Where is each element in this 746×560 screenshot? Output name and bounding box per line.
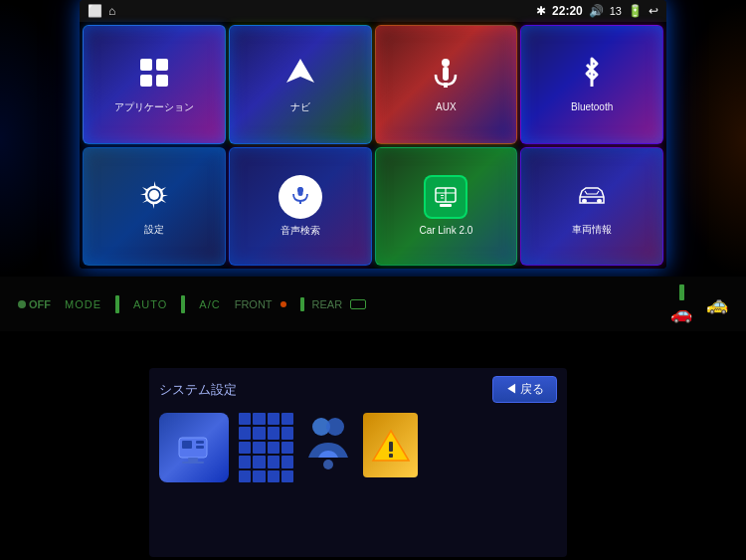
off-label: OFF [29,298,51,310]
front-label: FRONT [235,298,273,310]
app-grid: アプリケーション ナビ AUX [80,22,666,269]
bluetooth-icon [574,55,610,95]
svg-rect-2 [140,75,152,87]
svg-marker-4 [286,59,314,83]
svg-rect-17 [440,204,452,207]
tile-settings[interactable]: 設定 [83,147,226,267]
tile-navi[interactable]: ナビ [229,25,372,144]
carlink-box [424,175,467,219]
settings-3d-icon [159,413,229,482]
bluetooth-status-icon: ✱ [536,4,546,18]
aux-label: AUX [436,101,457,113]
rear-group: REAR [300,297,367,311]
warning-icon-area [363,413,418,477]
car-front-icon-item: 🚗 [670,284,692,324]
svg-rect-26 [196,446,204,449]
bottom-content [149,403,567,492]
tile-aux[interactable]: AUX [375,25,518,144]
svg-rect-33 [389,442,393,452]
svg-rect-12 [297,187,302,196]
svg-point-10 [150,191,158,199]
carlink-label: Car Link 2.0 [419,225,472,237]
left-ambient-glow [0,0,80,279]
power-dot [18,300,26,308]
power-off-indicator[interactable]: OFF [18,298,51,310]
person-icon-area [303,413,353,472]
svg-rect-6 [443,67,449,81]
bluetooth-label: Bluetooth [571,101,613,113]
front-indicator [280,301,286,307]
mode-bar [115,295,119,313]
svg-rect-34 [389,454,393,458]
svg-rect-20 [582,199,587,203]
aux-icon [428,55,464,95]
bottom-top-row: システム設定 ◀ 戻る [149,368,567,403]
auto-bar [181,295,185,313]
carinfo-icon [574,177,610,218]
battery-icon: 🔋 [628,4,643,18]
rear-display-icon [350,299,366,309]
apps-icon [136,55,172,95]
bottom-screen: システム設定 ◀ 戻る [149,368,567,557]
carinfo-label: 車両情報 [572,224,612,236]
tile-apps[interactable]: アプリケーション [83,25,226,144]
car-icons: 🚗 🚕 [670,284,728,324]
voice-circle [279,175,322,219]
apps-label: アプリケーション [114,101,194,113]
tile-carinfo[interactable]: 車両情報 [520,147,663,267]
navi-label: ナビ [290,101,310,113]
svg-point-5 [442,59,450,67]
home-icon: ⌂ [108,4,115,18]
navi-icon [282,55,318,95]
svg-rect-21 [597,199,602,203]
voice-label: 音声検索 [280,225,320,237]
svg-point-30 [326,418,344,436]
battery-num: 13 [610,5,622,17]
bottom-grid-icon [239,413,293,482]
svg-rect-27 [188,458,198,462]
tile-bluetooth[interactable]: Bluetooth [520,25,663,144]
svg-point-31 [323,460,333,469]
car-back-icon-item: 🚕 [706,293,728,315]
control-strip: OFF MODE AUTO A/C FRONT REAR 🚗 🚕 [0,277,746,331]
back-nav-icon[interactable]: ↩ [649,4,658,18]
status-bar: ⬜ ⌂ ✱ 22:20 🔊 13 🔋 ↩ [80,0,666,22]
svg-rect-1 [156,59,168,71]
ac-label[interactable]: A/C [199,298,220,310]
settings-icon [136,177,172,218]
auto-label[interactable]: AUTO [133,298,167,310]
status-bar-left: ⬜ ⌂ [88,4,115,18]
right-ambient-glow [666,0,746,279]
svg-rect-24 [182,441,192,449]
voice-icon [288,182,312,212]
svg-rect-25 [196,441,204,444]
car-front-symbol: 🚗 [670,302,692,324]
front-group: FRONT [235,298,286,310]
svg-rect-13 [299,200,301,204]
back-button[interactable]: ◀ 戻る [492,376,557,403]
main-screen: ⬜ ⌂ ✱ 22:20 🔊 13 🔋 ↩ アプリケーション [80,0,666,269]
tile-voice[interactable]: 音声検索 [229,147,372,267]
svg-rect-0 [140,59,152,71]
mode-label[interactable]: MODE [65,298,101,310]
svg-rect-28 [182,462,204,464]
rear-label: REAR [312,298,343,310]
svg-rect-7 [444,83,448,88]
car-bar-1 [679,284,684,300]
rear-indicator [300,297,304,311]
bottom-title: システム設定 [159,381,237,399]
tile-carlink[interactable]: Car Link 2.0 [375,147,518,267]
car-back-symbol: 🚕 [706,293,728,315]
window-icon: ⬜ [88,4,102,18]
volume-icon: 🔊 [589,4,604,18]
settings-label: 設定 [144,224,164,236]
svg-rect-3 [156,75,168,87]
status-time: 22:20 [552,4,583,18]
